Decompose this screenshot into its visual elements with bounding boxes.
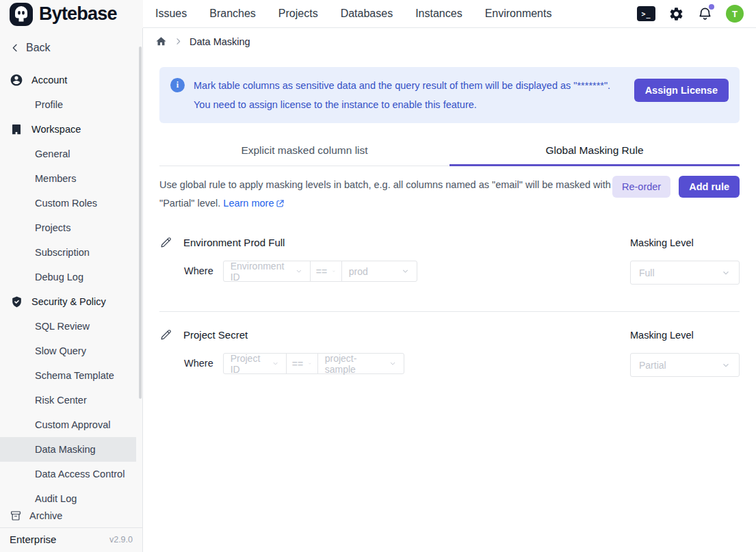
masking-level-select[interactable]: Partial <box>630 353 740 377</box>
rules-description: Use global rule to apply masking levels … <box>159 176 612 213</box>
rule-title: Environment Prod Full <box>183 237 285 248</box>
tab-global-masking-rule[interactable]: Global Masking Rule <box>449 137 740 166</box>
chevron-down-icon <box>295 267 303 276</box>
sidebar-nav: Account Profile Workspace General Member… <box>0 61 142 505</box>
condition-group: Environment ID == prod <box>223 261 417 282</box>
banner-line-2: You need to assign license to the instan… <box>194 95 616 114</box>
chevron-right-icon <box>174 37 183 46</box>
nav-item-projects[interactable]: Projects <box>278 8 318 20</box>
condition-factor-value: Project ID <box>231 353 267 375</box>
condition-factor-select[interactable]: Project ID <box>223 353 287 374</box>
masking-level-select[interactable]: Full <box>630 261 740 285</box>
sidebar-item-subscription[interactable]: Subscription <box>0 240 142 265</box>
reorder-button[interactable]: Re-order <box>612 176 670 198</box>
sidebar-item-projects[interactable]: Projects <box>0 215 142 240</box>
sidebar-item-audit-log[interactable]: Audit Log <box>0 486 142 505</box>
chevron-left-icon <box>10 42 21 53</box>
app-window: Bytebase Issues Branches Projects Databa… <box>0 0 756 552</box>
version-label: v2.9.0 <box>109 535 133 544</box>
sidebar-item-schema-template[interactable]: Schema Template <box>0 363 142 388</box>
where-label: Where <box>184 353 213 374</box>
sidebar-footer: Enterprise v2.9.0 <box>0 527 142 552</box>
banner-text: Mark table columns as sensitive data and… <box>194 76 616 114</box>
sidebar-item-members[interactable]: Members <box>0 166 142 191</box>
shield-check-icon <box>10 295 23 308</box>
masking-rule-card: Project Secret Masking Level Where Proje… <box>159 312 740 377</box>
section-label: Security & Policy <box>31 296 106 307</box>
rules-actions: Re-order Add rule <box>612 176 740 198</box>
sidebar-item-custom-approval[interactable]: Custom Approval <box>0 412 142 437</box>
workspace-building-icon <box>10 123 23 135</box>
sidebar-scrollbar[interactable] <box>139 47 142 399</box>
main-content: Data Masking i Mark table columns as sen… <box>143 28 756 552</box>
chevron-down-icon <box>401 267 410 276</box>
learn-more-label: Learn more <box>223 194 274 213</box>
condition-factor-select[interactable]: Environment ID <box>223 261 311 282</box>
home-icon[interactable] <box>155 36 167 47</box>
nav-item-databases[interactable]: Databases <box>341 8 393 20</box>
account-user-icon <box>10 73 23 87</box>
nav-item-environments[interactable]: Environments <box>485 8 552 20</box>
sidebar-section-workspace: Workspace <box>0 117 142 142</box>
breadcrumb-current: Data Masking <box>190 36 250 47</box>
masking-tabs: Explicit masked column list Global Maski… <box>159 137 740 166</box>
assign-license-button[interactable]: Assign License <box>634 79 729 102</box>
settings-gear-icon[interactable] <box>668 6 684 22</box>
notifications-bell-icon[interactable] <box>697 6 713 22</box>
archive-box-icon <box>10 510 22 522</box>
chevron-down-icon <box>721 268 731 278</box>
masking-level-label: Masking Level <box>630 330 740 341</box>
section-label: Account <box>31 75 67 86</box>
nav-item-issues[interactable]: Issues <box>155 8 187 20</box>
sidebar-section-account: Account <box>0 68 142 92</box>
sidebar-item-data-access-control[interactable]: Data Access Control <box>0 462 142 486</box>
nav-item-instances[interactable]: Instances <box>415 8 462 20</box>
masking-level-label: Masking Level <box>630 237 740 248</box>
tab-explicit-masked-column-list[interactable]: Explicit masked column list <box>159 137 449 166</box>
condition-value: project-sample <box>325 353 384 375</box>
nav-item-branches[interactable]: Branches <box>209 8 256 20</box>
user-avatar[interactable]: T <box>726 5 744 23</box>
chevron-down-icon <box>721 360 731 370</box>
external-link-icon <box>275 198 285 209</box>
sidebar-item-sql-review[interactable]: SQL Review <box>0 314 142 339</box>
sidebar-item-archive[interactable]: Archive <box>0 505 142 527</box>
sidebar-item-risk-center[interactable]: Risk Center <box>0 388 142 412</box>
condition-operator-value: == <box>316 266 327 277</box>
sidebar-item-slow-query[interactable]: Slow Query <box>0 339 142 363</box>
sql-editor-terminal-icon[interactable]: >_ <box>637 6 655 21</box>
masking-level-value: Full <box>639 267 655 278</box>
info-icon: i <box>170 78 185 92</box>
brand-logo[interactable]: Bytebase <box>0 0 143 28</box>
rules-toolbar: Use global rule to apply masking levels … <box>159 176 740 213</box>
sidebar-item-profile[interactable]: Profile <box>0 92 142 117</box>
condition-value: prod <box>349 266 368 277</box>
chevron-down-icon <box>308 359 312 368</box>
add-rule-button[interactable]: Add rule <box>679 176 740 198</box>
sidebar-item-general[interactable]: General <box>0 142 142 166</box>
sidebar-item-debug-log[interactable]: Debug Log <box>0 265 142 289</box>
where-label: Where <box>184 261 213 282</box>
sidebar-item-data-masking[interactable]: Data Masking <box>0 437 136 462</box>
archive-label: Archive <box>29 510 62 521</box>
edit-pencil-icon[interactable] <box>159 236 172 249</box>
settings-sidebar: Back Account Profile Workspace General <box>0 28 143 552</box>
condition-operator-select[interactable]: == <box>286 353 318 374</box>
condition-operator-value: == <box>292 358 303 369</box>
condition-operator-select[interactable]: == <box>310 261 342 282</box>
chevron-down-icon <box>272 359 279 368</box>
edit-pencil-icon[interactable] <box>159 328 172 341</box>
back-label: Back <box>26 42 51 54</box>
top-nav-area: Issues Branches Projects Databases Insta… <box>143 0 756 28</box>
condition-factor-value: Environment ID <box>231 261 290 282</box>
condition-value-select[interactable]: prod <box>341 261 417 282</box>
license-info-banner: i Mark table columns as sensitive data a… <box>159 67 740 123</box>
learn-more-link[interactable]: Learn more <box>223 194 285 213</box>
top-bar: Bytebase Issues Branches Projects Databa… <box>0 0 756 28</box>
breadcrumb: Data Masking <box>143 28 756 53</box>
condition-value-select[interactable]: project-sample <box>317 353 404 374</box>
plan-label: Enterprise <box>10 534 56 545</box>
sidebar-item-custom-roles[interactable]: Custom Roles <box>0 191 142 215</box>
notification-dot <box>709 4 714 10</box>
back-button[interactable]: Back <box>0 28 142 61</box>
